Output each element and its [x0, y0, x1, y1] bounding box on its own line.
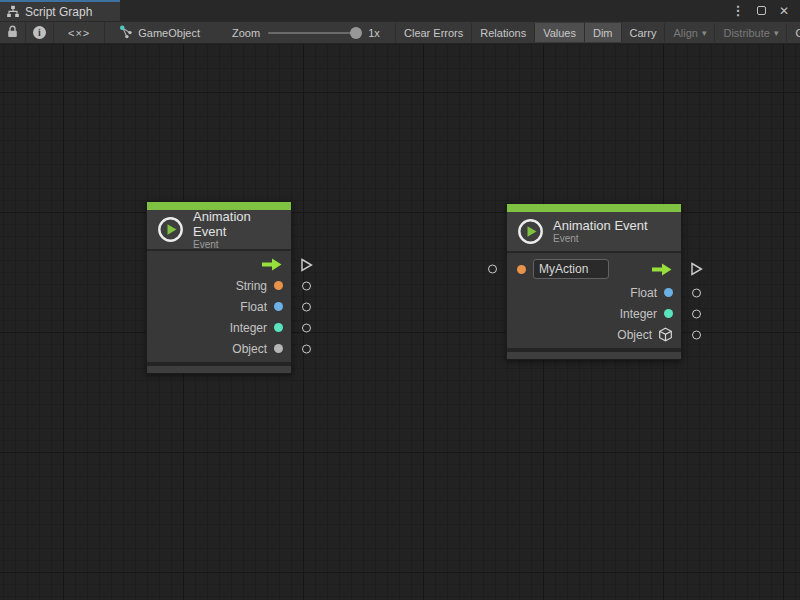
values-button[interactable]: Values: [535, 23, 585, 42]
zoom-label: Zoom: [232, 27, 260, 39]
relations-button[interactable]: Relations: [472, 23, 535, 42]
zoom-slider-handle[interactable]: [350, 27, 362, 39]
lock-button[interactable]: [0, 22, 26, 43]
graph-toolbar: i <×> GameObject Zoom 1x Clear: [0, 21, 800, 44]
node-animation-event-2[interactable]: Animation Event Event: [506, 203, 682, 360]
node-body: Float Integer Object: [507, 251, 681, 348]
info-button[interactable]: i: [26, 22, 54, 43]
graph-canvas[interactable]: Animation Event Event: [0, 44, 800, 600]
object-output-port[interactable]: [692, 330, 701, 339]
object-type-dot: [274, 344, 283, 353]
integer-type-dot: [274, 323, 283, 332]
string-type-dot: [517, 265, 526, 274]
maximize-icon[interactable]: [753, 3, 769, 19]
action-name-field[interactable]: [533, 259, 609, 279]
tab-bar: Script Graph ⋮ ✕: [0, 0, 800, 21]
graph-reference-button[interactable]: GameObject: [105, 22, 210, 43]
trigger-output-port[interactable]: [690, 262, 703, 277]
node-header[interactable]: Animation Event Event: [507, 212, 681, 251]
window-menu-icon[interactable]: ⋮: [730, 3, 746, 19]
trigger-arrow-icon: [650, 263, 673, 276]
float-output-port[interactable]: [692, 288, 701, 297]
trigger-output-row: [147, 254, 291, 275]
zoom-value: 1x: [368, 27, 380, 39]
clear-errors-button[interactable]: Clear Errors: [395, 23, 472, 42]
string-output-port[interactable]: [302, 281, 311, 290]
zoom-slider[interactable]: [268, 32, 360, 34]
carry-button[interactable]: Carry: [622, 23, 666, 42]
cube-icon: [658, 327, 673, 342]
zoom-control: Zoom 1x: [210, 22, 380, 43]
node-title: Animation Event: [553, 218, 648, 233]
port-row-object: Object: [147, 338, 291, 359]
toolbar-button-group: Clear Errors Relations Values Dim Carry …: [395, 23, 800, 42]
node-animation-event-1[interactable]: Animation Event Event: [146, 201, 292, 374]
tab-script-graph[interactable]: Script Graph: [0, 0, 120, 21]
string-type-dot: [274, 281, 283, 290]
chevron-down-icon: ▾: [702, 28, 707, 38]
trigger-arrow-icon: [260, 258, 283, 271]
close-icon[interactable]: ✕: [776, 3, 792, 19]
align-dropdown[interactable]: Align ▾: [665, 23, 715, 42]
tab-title: Script Graph: [25, 5, 92, 19]
port-row-integer: Integer: [507, 303, 681, 324]
info-icon: i: [33, 26, 46, 39]
integer-output-port[interactable]: [692, 309, 701, 318]
port-row-integer: Integer: [147, 317, 291, 338]
node-footer: [507, 348, 681, 359]
node-header[interactable]: Animation Event Event: [147, 210, 291, 249]
event-play-icon: [517, 218, 544, 245]
action-name-input-port[interactable]: [488, 265, 497, 274]
action-name-row: [507, 256, 681, 282]
graph-hierarchy-icon: [6, 5, 20, 18]
node-footer: [147, 362, 291, 373]
node-body: String Float Integer Object: [147, 249, 291, 362]
graph-network-icon: [119, 25, 133, 41]
port-row-string: String: [147, 275, 291, 296]
object-output-port[interactable]: [302, 344, 311, 353]
chevron-down-icon: ▾: [774, 28, 779, 38]
float-output-port[interactable]: [302, 302, 311, 311]
float-type-dot: [664, 288, 673, 297]
script-graph-window: Script Graph ⋮ ✕ i <×>: [0, 0, 800, 600]
window-controls: ⋮ ✕: [730, 0, 800, 21]
node-subtitle: Event: [553, 233, 648, 245]
trigger-output-port[interactable]: [300, 257, 313, 272]
lock-icon: [7, 25, 18, 40]
port-row-object: Object: [507, 324, 681, 345]
code-view-button[interactable]: <×>: [54, 22, 105, 43]
event-play-icon: [157, 216, 184, 243]
code-view-icon: <×>: [68, 27, 90, 39]
dim-button[interactable]: Dim: [585, 23, 622, 42]
integer-output-port[interactable]: [302, 323, 311, 332]
port-row-float: Float: [507, 282, 681, 303]
distribute-dropdown[interactable]: Distribute ▾: [715, 23, 787, 42]
integer-type-dot: [664, 309, 673, 318]
node-accent-bar: [507, 204, 681, 212]
graph-reference-label: GameObject: [138, 27, 200, 39]
overview-button[interactable]: Overview: [787, 23, 800, 42]
float-type-dot: [274, 302, 283, 311]
port-row-float: Float: [147, 296, 291, 317]
node-title: Animation Event: [193, 209, 281, 239]
